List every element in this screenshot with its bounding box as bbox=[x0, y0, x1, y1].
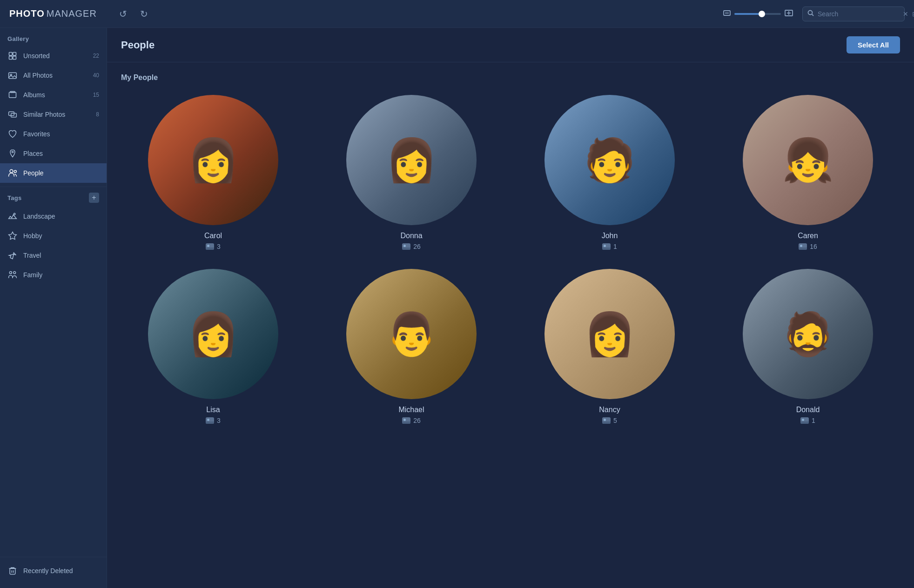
sidebar-item-recently-deleted[interactable]: Recently Deleted bbox=[0, 561, 107, 581]
person-avatar-donna: 👩 bbox=[346, 95, 477, 225]
all-photos-label: All Photos bbox=[23, 72, 87, 79]
zoom-large-icon bbox=[785, 9, 793, 19]
main-layout: Gallery Unsorted 22 All Photos 40 Albums… bbox=[0, 28, 914, 588]
undo-button[interactable]: ↺ bbox=[115, 7, 131, 21]
person-name-caren: Caren bbox=[798, 232, 818, 240]
photo-count-icon-lisa bbox=[206, 417, 214, 424]
select-all-button[interactable]: Select All bbox=[847, 36, 900, 53]
search-icon bbox=[807, 10, 814, 18]
people-icon bbox=[7, 168, 18, 178]
sidebar-item-unsorted[interactable]: Unsorted 22 bbox=[0, 46, 107, 66]
favorites-icon bbox=[7, 129, 18, 139]
family-label: Family bbox=[23, 271, 99, 279]
person-count-carol: 3 bbox=[206, 243, 221, 250]
albums-count: 15 bbox=[93, 92, 99, 98]
section-heading: My People bbox=[121, 74, 900, 82]
places-label: Places bbox=[23, 150, 99, 157]
person-avatar-carol: 👩 bbox=[148, 95, 278, 225]
sidebar-item-landscape[interactable]: Landscape bbox=[0, 207, 107, 226]
person-avatar-john: 🧑 bbox=[544, 95, 675, 225]
sidebar-item-similar-photos[interactable]: Similar Photos 8 bbox=[0, 105, 107, 124]
face-art-caren: 👧 bbox=[743, 95, 873, 225]
person-avatar-nancy: 👩 bbox=[544, 269, 675, 399]
sidebar-item-places[interactable]: Places bbox=[0, 144, 107, 163]
person-card-donna[interactable]: 👩 Donna 26 bbox=[319, 95, 504, 250]
tags-section-label: Tags bbox=[7, 194, 22, 201]
photo-count-value-donna: 26 bbox=[413, 243, 421, 250]
hobby-label: Hobby bbox=[23, 232, 99, 240]
people-label: People bbox=[23, 169, 99, 177]
albums-icon bbox=[7, 90, 18, 100]
photo-count-icon-donald bbox=[800, 417, 809, 424]
search-input[interactable] bbox=[818, 10, 899, 18]
person-card-john[interactable]: 🧑 John 1 bbox=[517, 95, 702, 250]
sidebar-item-family[interactable]: Family bbox=[0, 265, 107, 285]
face-art-john: 🧑 bbox=[544, 95, 675, 225]
face-art-donald: 🧔 bbox=[743, 269, 873, 399]
sidebar-item-all-photos[interactable]: All Photos 40 bbox=[0, 66, 107, 85]
similar-photos-label: Similar Photos bbox=[23, 111, 90, 118]
person-avatar-lisa: 👩 bbox=[148, 269, 278, 399]
unsorted-count: 22 bbox=[93, 53, 99, 59]
sidebar-bottom: Recently Deleted bbox=[0, 557, 107, 581]
photo-count-value-nancy: 5 bbox=[613, 417, 617, 424]
person-name-donald: Donald bbox=[796, 406, 820, 414]
people-grid: 👩 Carol 3 👩 Donna 26 🧑 John 1 👧 Caren bbox=[121, 95, 900, 424]
person-card-donald[interactable]: 🧔 Donald 1 bbox=[716, 269, 900, 424]
travel-icon bbox=[7, 250, 18, 261]
content-body: My People 👩 Carol 3 👩 Donna 26 🧑 John 1 bbox=[107, 62, 914, 588]
person-count-lisa: 3 bbox=[206, 417, 221, 424]
person-card-caren[interactable]: 👧 Caren 16 bbox=[716, 95, 900, 250]
person-count-john: 1 bbox=[602, 243, 617, 250]
photo-count-value-lisa: 3 bbox=[217, 417, 221, 424]
person-count-donna: 26 bbox=[402, 243, 421, 250]
sidebar-item-people[interactable]: People bbox=[0, 163, 107, 183]
landscape-icon bbox=[7, 211, 18, 221]
photo-count-value-caren: 16 bbox=[810, 243, 817, 250]
person-name-john: John bbox=[602, 232, 618, 240]
face-art-michael: 👨 bbox=[346, 269, 477, 399]
person-count-donald: 1 bbox=[800, 417, 815, 424]
person-name-donna: Donna bbox=[400, 232, 422, 240]
person-count-caren: 16 bbox=[799, 243, 817, 250]
svg-rect-11 bbox=[9, 73, 17, 79]
search-clear-icon[interactable]: ✕ bbox=[903, 10, 908, 18]
person-card-michael[interactable]: 👨 Michael 26 bbox=[319, 269, 504, 424]
face-art-carol: 👩 bbox=[148, 95, 278, 225]
gallery-section-label: Gallery bbox=[0, 35, 107, 46]
sidebar-item-hobby[interactable]: Hobby bbox=[0, 226, 107, 246]
person-name-lisa: Lisa bbox=[206, 406, 220, 414]
photo-count-icon-john bbox=[602, 243, 611, 250]
similar-photos-count: 8 bbox=[96, 111, 99, 118]
sidebar-item-travel[interactable]: Travel bbox=[0, 246, 107, 265]
sidebar-item-favorites[interactable]: Favorites bbox=[0, 124, 107, 144]
redo-button[interactable]: ↻ bbox=[136, 7, 152, 21]
svg-rect-8 bbox=[13, 53, 16, 56]
photo-count-value-michael: 26 bbox=[413, 417, 421, 424]
similar-photos-icon bbox=[7, 109, 18, 120]
places-icon bbox=[7, 148, 18, 159]
person-card-nancy[interactable]: 👩 Nancy 5 bbox=[517, 269, 702, 424]
person-avatar-michael: 👨 bbox=[346, 269, 477, 399]
svg-rect-9 bbox=[9, 56, 13, 60]
content-header: People Select All bbox=[107, 28, 914, 62]
unsorted-icon bbox=[7, 51, 18, 61]
svg-point-5 bbox=[808, 10, 813, 14]
svg-point-20 bbox=[14, 213, 15, 214]
add-tag-button[interactable]: + bbox=[89, 193, 99, 203]
logo-photo: PHOTO bbox=[9, 8, 45, 19]
trash-icon bbox=[7, 566, 18, 576]
face-art-nancy: 👩 bbox=[544, 269, 675, 399]
zoom-slider[interactable] bbox=[734, 13, 781, 15]
person-card-carol[interactable]: 👩 Carol 3 bbox=[121, 95, 305, 250]
person-count-nancy: 5 bbox=[602, 417, 617, 424]
svg-point-17 bbox=[12, 151, 13, 153]
hobby-icon bbox=[7, 231, 18, 241]
photo-count-icon-carol bbox=[206, 243, 214, 250]
person-name-carol: Carol bbox=[204, 232, 222, 240]
sidebar-divider bbox=[0, 187, 107, 187]
sidebar-item-albums[interactable]: Albums 15 bbox=[0, 85, 107, 105]
photo-count-value-john: 1 bbox=[613, 243, 617, 250]
person-card-lisa[interactable]: 👩 Lisa 3 bbox=[121, 269, 305, 424]
photo-count-icon-nancy bbox=[602, 417, 611, 424]
